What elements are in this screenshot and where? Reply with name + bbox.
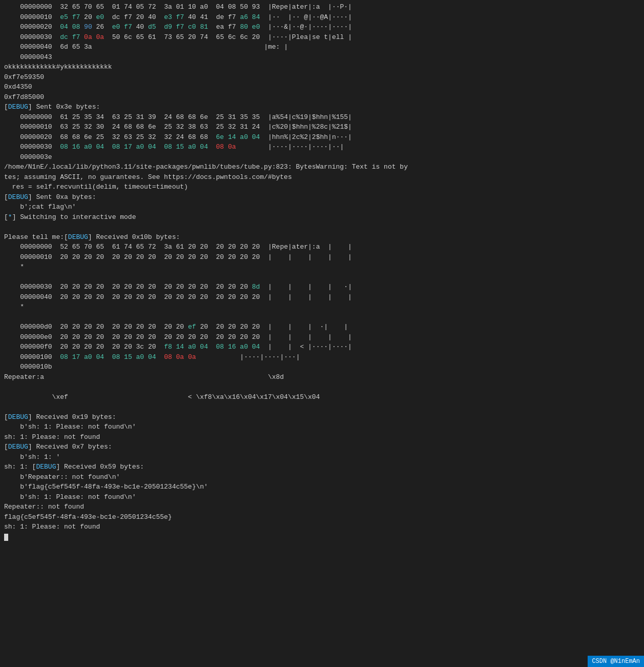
terminal: 00000000 32 65 70 65 01 74 05 72 3a 01 1… (0, 0, 644, 667)
debug-recv-1: [DEBUG] Received 0x19 bytes: (4, 412, 640, 422)
hex-line-5: 00000043 (4, 52, 640, 63)
status-bar: CSDN @N1nEmAn (588, 656, 644, 667)
hex3-line-d0: 000000d0 20 20 20 20 20 20 20 20 20 20 e… (4, 322, 640, 332)
cat-flag: b';cat flag\n' (4, 202, 640, 212)
blank-2 (4, 272, 640, 282)
please-debug: Please tell me:[DEBUG] Received 0x10b by… (4, 232, 640, 242)
res-line: res = self.recvuntil(delim, timeout=time… (4, 182, 640, 192)
hex3-line-2: 00000030 20 20 20 20 20 20 20 20 20 20 2… (4, 282, 640, 292)
sh-please: b'sh: 1: Please: not found\n' (4, 422, 640, 432)
sh-1-b: b'sh: 1: ' (4, 452, 640, 462)
debug-sent-2: [DEBUG] Sent 0xa bytes: (4, 192, 640, 203)
hex-line-1: 00000010 e5 f7 20 e0 dc f7 20 40 e3 f7 4… (4, 12, 640, 23)
star-1: * (4, 262, 640, 272)
hex3-line-1: 00000010 20 20 20 20 20 20 20 20 20 20 2… (4, 252, 640, 262)
sh-plain-1: sh: 1: Please: not found (4, 432, 640, 442)
flag-b: b'flag{c5ef545f-48fa-493e-bc1e-20501234c… (4, 482, 640, 492)
plain-okk: okkkkkkkkkkkk#ykkkkkkkkkkkk (4, 62, 640, 72)
hex-line-3: 00000030 dc f7 0a 0a 50 6c 65 61 73 65 2… (4, 32, 640, 43)
hex-line-2: 00000020 04 08 90 26 e0 f7 40 d5 d9 f7 c… (4, 22, 640, 32)
repeater-not-found: Repeater:: not found (4, 502, 640, 512)
hex-line-4: 00000040 6d 65 3a |me: | (4, 42, 640, 52)
debug-recv-2: [DEBUG] Received 0x7 bytes: (4, 442, 640, 452)
blank-5 (4, 402, 640, 412)
repeater-line: Repeater:a \x8d (4, 372, 640, 382)
xef-line: \xef < \xf8\xa\x16\x04\x17\x04\x15\x04 (4, 392, 640, 402)
hex2-line-0: 00000000 61 25 35 34 63 25 31 39 24 68 6… (4, 112, 640, 123)
blank-3 (4, 312, 640, 322)
star-interactive: [*] Switching to interactive mode (4, 212, 640, 223)
hex3-line-0: 00000000 52 65 70 65 61 74 65 72 3a 61 2… (4, 242, 640, 252)
hex3-line-3: 00000040 20 20 20 20 20 20 20 20 20 20 2… (4, 292, 640, 302)
prompt-line (4, 532, 640, 542)
sh-please-plain: sh: 1: Please: not found (4, 522, 640, 532)
star-2: * (4, 302, 640, 312)
debug-sent-1: [DEBUG] Sent 0x3e bytes: (4, 102, 640, 112)
plain-010b: 0000010b (4, 362, 640, 372)
status-text: CSDN @N1nEmAn (592, 658, 640, 665)
hex3-line-100: 00000100 08 17 a0 04 08 15 a0 04 08 0a 0… (4, 352, 640, 362)
plain-addr1: 0xf7e59350 (4, 72, 640, 83)
blank-4 (4, 382, 640, 392)
hex3-line-e0: 000000e0 20 20 20 20 20 20 20 20 20 20 2… (4, 332, 640, 342)
hex2-line-3: 00000030 08 16 a0 04 08 17 a0 04 08 15 a… (4, 142, 640, 152)
hex2-line-1: 00000010 63 25 32 30 24 68 68 6e 25 32 3… (4, 122, 640, 132)
hex-line-0: 00000000 32 65 70 65 01 74 05 72 3a 01 1… (4, 2, 640, 12)
repeater-not-found-b: b'Repeater:: not found\n' (4, 472, 640, 482)
plain-addr2: 0xd4350 (4, 82, 640, 92)
hex2-line-2: 00000020 68 68 6e 25 32 63 25 32 32 24 6… (4, 132, 640, 143)
warning-line2: tes; assuming ASCII, no guarantees. See … (4, 172, 640, 183)
plain-addr3: 0xf7d85000 (4, 92, 640, 103)
hex3-line-f0: 000000f0 20 20 20 20 20 20 3c 20 f8 14 a… (4, 342, 640, 352)
sh-debug-line: sh: 1: [DEBUG] Received 0x59 bytes: (4, 462, 640, 472)
flag-line: flag{c5ef545f-48fa-493e-bc1e-20501234c55… (4, 512, 640, 522)
blank-1 (4, 222, 640, 232)
sh-please-b: b'sh: 1: Please: not found\n' (4, 492, 640, 502)
plain-003e: 0000003e (4, 152, 640, 163)
warning-line: /home/N1nE/.local/lib/python3.11/site-pa… (4, 162, 640, 172)
